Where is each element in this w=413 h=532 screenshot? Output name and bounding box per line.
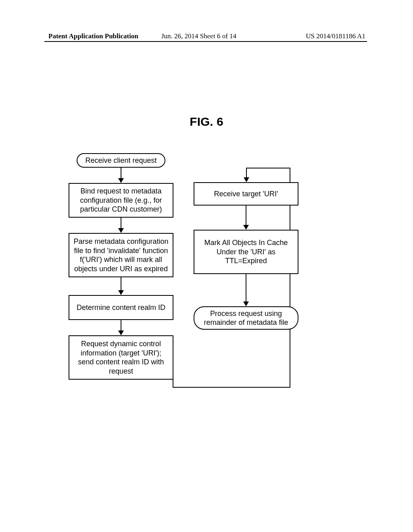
connector — [246, 168, 247, 178]
arrow — [246, 206, 246, 226]
arrowhead-icon — [244, 177, 249, 182]
header-left: Patent Application Publication — [48, 32, 138, 40]
node-receive: Receive target 'URI' — [194, 182, 298, 206]
header-rule — [44, 41, 367, 42]
header-right: US 2014/0181186 A1 — [306, 32, 365, 40]
arrowhead-icon — [243, 225, 249, 230]
connector — [246, 168, 290, 168]
figure-title: FIG. 6 — [0, 115, 413, 129]
node-request: Request dynamic control information (tar… — [69, 335, 173, 380]
arrow — [246, 274, 246, 302]
node-bind: Bind request to metadata configuration f… — [69, 183, 173, 218]
arrowhead-icon — [118, 290, 124, 295]
arrowhead-icon — [118, 178, 124, 183]
node-mark: Mark All Objects In Cache Under the 'URI… — [194, 230, 298, 274]
arrowhead-icon — [118, 228, 124, 233]
header-mid: Jun. 26, 2014 Sheet 6 of 14 — [161, 32, 236, 40]
node-realm: Determine content realm ID — [69, 295, 173, 320]
arrow — [121, 277, 121, 291]
arrowhead-icon — [243, 301, 249, 306]
connector — [173, 380, 173, 388]
connector — [173, 387, 290, 388]
node-parse: Parse metadata configuration file to fin… — [69, 233, 173, 277]
node-process: Process request using remainder of metad… — [194, 306, 298, 330]
arrowhead-icon — [118, 330, 124, 335]
page: Patent Application Publication Jun. 26, … — [0, 0, 413, 532]
node-start: Receive client request — [77, 153, 165, 168]
arrow — [121, 320, 121, 331]
flowchart: Receive client request Bind request to m… — [0, 149, 413, 472]
arrow — [121, 168, 121, 179]
arrow — [121, 218, 121, 229]
